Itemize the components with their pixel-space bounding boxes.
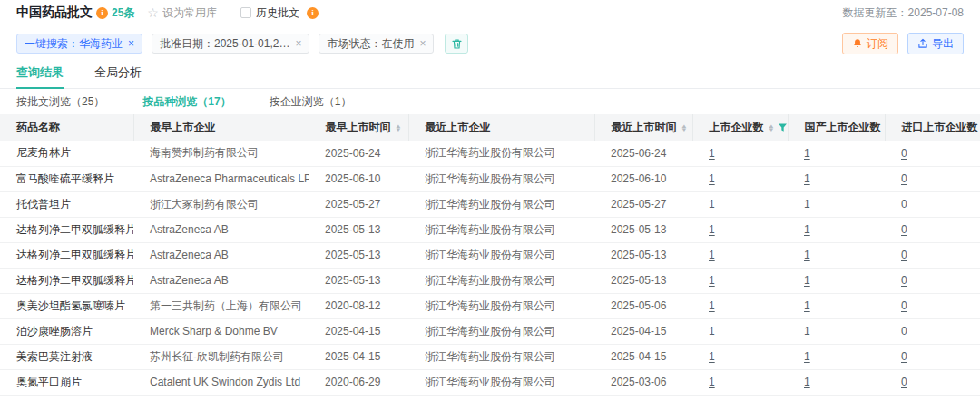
company-count-cell: 0 (885, 217, 980, 242)
chip-close-icon[interactable]: × (295, 38, 301, 49)
column-header-label: 最早上市时间 (326, 120, 391, 135)
company-count-link[interactable]: 1 (804, 274, 810, 287)
company-count-link[interactable]: 1 (709, 299, 715, 312)
company-count-link[interactable]: 1 (804, 198, 810, 210)
company-count-link[interactable]: 0 (901, 376, 907, 388)
company-count-link[interactable]: 0 (901, 325, 907, 337)
company-count-cell: 0 (885, 293, 980, 318)
data-updated-text: 数据更新至：2025-07-08 (843, 5, 964, 21)
table-row: 达格列净二甲双胍缓释片（Ⅲ）AstraZeneca AB2025-05-13浙江… (0, 242, 980, 268)
clear-filters-button[interactable] (445, 34, 468, 54)
company-count-link[interactable]: 1 (804, 147, 810, 160)
company-count-link[interactable]: 1 (804, 350, 810, 363)
company-cell: 浙江华海药业股份有限公司 (408, 141, 594, 166)
chip-close-icon[interactable]: × (419, 38, 426, 49)
filter-chip[interactable]: 市场状态：在使用 × (318, 34, 434, 54)
date-cell: 2025-05-13 (309, 268, 408, 293)
filter-chip-label: 一键搜索：华海药业 (24, 36, 122, 52)
company-count-link[interactable]: 1 (804, 325, 810, 337)
table-row: 尼麦角林片海南赞邦制药有限公司2025-06-24浙江华海药业股份有限公司202… (0, 141, 980, 166)
drug-name-cell: 达格列净二甲双胍缓释片（Ⅳ） (0, 268, 133, 293)
company-count-link[interactable]: 1 (709, 350, 715, 363)
company-count-link[interactable]: 0 (901, 198, 907, 210)
company-cell: 浙江华海药业股份有限公司 (408, 318, 594, 344)
company-count-link[interactable]: 0 (901, 274, 907, 287)
filter-chip[interactable]: 一键搜索：华海药业 × (16, 34, 142, 54)
column-header: 国产上市企业数▲▼ (788, 114, 885, 141)
view-subtabs: 按批文浏览（25）按品种浏览（17）按企业浏览（1） (0, 89, 980, 114)
company-cell: 第一三共制药（上海）有限公司 (133, 293, 309, 318)
tab-查询结果[interactable]: 查询结果 (16, 64, 64, 88)
date-cell: 2025-04-15 (594, 344, 692, 369)
sort-icon[interactable]: ▲▼ (396, 124, 401, 132)
set-favorite-label[interactable]: 设为常用库 (162, 5, 217, 21)
subtab-按批文浏览（25）[interactable]: 按批文浏览（25） (16, 94, 104, 110)
company-count-link[interactable]: 1 (804, 223, 810, 236)
column-header: 最早上市时间▲▼ (309, 114, 408, 141)
company-count-cell: 1 (788, 318, 885, 344)
filter-bar: 一键搜索：华海药业 × 批准日期：2025-01-01,2… × 市场状态：在使… (0, 29, 980, 58)
company-count-cell: 0 (885, 191, 980, 217)
table-row: 奥美沙坦酯氢氯噻嗪片第一三共制药（上海）有限公司2020-08-12浙江华海药业… (0, 293, 980, 318)
date-cell: 2025-05-27 (594, 191, 692, 217)
company-count-link[interactable]: 0 (901, 249, 907, 261)
company-cell: 浙江华海药业股份有限公司 (408, 369, 594, 395)
column-header-label: 药品名称 (16, 120, 60, 135)
subscribe-button[interactable]: 订阅 (842, 33, 898, 54)
chip-close-icon[interactable]: × (128, 38, 134, 49)
column-header-label: 进口上市企业数 (902, 120, 978, 135)
company-count-cell: 1 (788, 344, 885, 369)
company-count-link[interactable]: 0 (901, 299, 907, 312)
company-count-link[interactable]: 1 (804, 299, 810, 312)
company-count-link[interactable]: 1 (709, 249, 715, 261)
result-count-badge: 25条 (112, 5, 134, 21)
company-count-link[interactable]: 1 (709, 198, 715, 210)
company-count-link[interactable]: 1 (709, 274, 715, 287)
company-cell: 浙江华海药业股份有限公司 (408, 191, 594, 217)
company-count-link[interactable]: 0 (901, 350, 907, 363)
history-info-icon[interactable]: i (307, 7, 318, 19)
subtab-按企业浏览（1）[interactable]: 按企业浏览（1） (270, 94, 352, 110)
export-button[interactable]: 导出 (907, 33, 964, 54)
tab-全局分析[interactable]: 全局分析 (94, 64, 142, 88)
company-count-link[interactable]: 1 (804, 376, 810, 388)
sort-icon[interactable]: ▲▼ (769, 124, 774, 132)
date-cell: 2025-04-15 (594, 318, 692, 344)
company-count-link[interactable]: 0 (901, 223, 907, 236)
company-cell: AstraZeneca AB (133, 242, 309, 268)
company-count-link[interactable]: 1 (709, 147, 715, 160)
company-count-cell: 1 (788, 191, 885, 217)
filter-chip[interactable]: 批准日期：2025-01-01,2… × (152, 34, 309, 54)
date-cell: 2020-08-12 (309, 293, 408, 318)
company-count-cell: 0 (885, 268, 980, 293)
page-header: 中国药品批文 i 25条 ☆ 设为常用库 历史批文 i 数据更新至：2025-0… (0, 0, 980, 25)
company-count-link[interactable]: 0 (901, 172, 907, 185)
star-icon[interactable]: ☆ (147, 5, 159, 20)
company-count-link[interactable]: 0 (901, 147, 907, 160)
company-count-cell: 1 (692, 141, 788, 166)
company-count-link[interactable]: 1 (709, 172, 715, 185)
date-cell: 2020-06-29 (309, 369, 408, 395)
trash-icon (451, 38, 463, 50)
company-count-link[interactable]: 1 (804, 172, 810, 185)
company-count-link[interactable]: 1 (804, 249, 810, 261)
company-count-cell: 1 (692, 191, 788, 217)
drug-name-cell: 托伐普坦片 (0, 191, 133, 217)
company-count-link[interactable]: 1 (709, 325, 715, 337)
filter-funnel-icon[interactable] (778, 122, 788, 132)
date-cell: 2025-05-13 (594, 268, 692, 293)
company-cell: 浙江华海药业股份有限公司 (408, 344, 594, 369)
history-checkbox[interactable] (240, 7, 251, 18)
info-icon[interactable]: i (96, 7, 108, 19)
company-count-link[interactable]: 1 (709, 376, 715, 388)
company-count-link[interactable]: 1 (709, 223, 715, 236)
subtab-按品种浏览（17）[interactable]: 按品种浏览（17） (142, 94, 230, 110)
date-cell: 2025-05-13 (594, 242, 692, 268)
company-cell: Merck Sharp & Dohme BV (133, 318, 309, 344)
subscribe-label: 订阅 (867, 36, 888, 52)
sort-icon[interactable]: ▲▼ (681, 124, 687, 132)
date-cell: 2025-06-10 (309, 166, 408, 191)
history-label[interactable]: 历史批文 (256, 5, 299, 21)
table-row: 泊沙康唑肠溶片Merck Sharp & Dohme BV2025-04-15浙… (0, 318, 980, 344)
column-header-label: 最近上市企业 (426, 120, 491, 135)
